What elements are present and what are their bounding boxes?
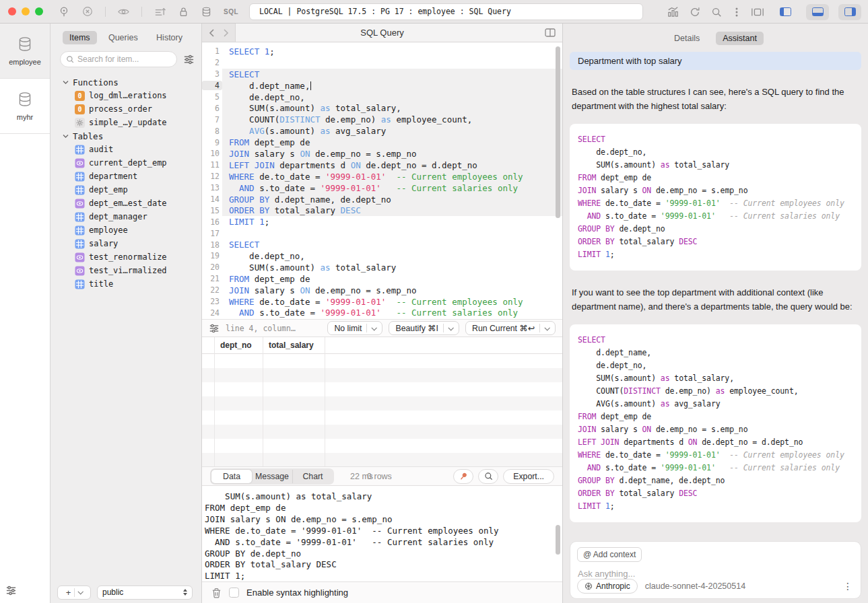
disconnect-icon[interactable] bbox=[81, 5, 94, 17]
editor-line-12[interactable]: 12WHERE de.to_date = '9999-01-01' -- Cur… bbox=[202, 171, 562, 182]
database-icon[interactable] bbox=[201, 6, 212, 17]
assistant-tab-assistant[interactable]: Assistant bbox=[716, 32, 764, 45]
add-item-button[interactable]: + bbox=[57, 586, 91, 600]
editor-line-17[interactable]: 17 bbox=[202, 227, 562, 239]
assistant-code-block[interactable]: SELECT de.dept_no, SUM(s.amount) as tota… bbox=[570, 124, 861, 271]
eye-icon[interactable] bbox=[117, 5, 130, 18]
editor-line-14[interactable]: 14GROUP BY d.dept_name, de.dept_no bbox=[202, 194, 562, 205]
close-window-button[interactable] bbox=[8, 7, 16, 15]
sidebar-item-department[interactable]: department bbox=[51, 170, 201, 183]
assistant-prompt-input[interactable]: Ask anything... bbox=[578, 569, 635, 579]
sidebar-section-functions[interactable]: Functions bbox=[51, 75, 201, 89]
assistant-tab-details[interactable]: Details bbox=[667, 32, 706, 45]
editor-line-4[interactable]: 4 d.dept_name, bbox=[202, 80, 562, 92]
editor-line-1[interactable]: 1SELECT 1; bbox=[202, 46, 562, 57]
editor-line-9[interactable]: 9FROM dept_emp de bbox=[202, 137, 562, 148]
minimize-window-button[interactable] bbox=[22, 7, 30, 15]
editor-line-6[interactable]: 6 SUM(s.amount) as total_salary, bbox=[202, 102, 562, 114]
center-layout-icon[interactable] bbox=[751, 7, 764, 17]
toggle-right-panel-button[interactable] bbox=[838, 4, 861, 20]
forward-button[interactable] bbox=[223, 29, 229, 37]
more-options-icon[interactable]: ⋮ bbox=[843, 581, 853, 592]
sql-editor[interactable]: 1SELECT 1;23SELECT4 d.dept_name,5 de.dep… bbox=[202, 42, 562, 319]
toggle-left-panel-button[interactable] bbox=[774, 4, 797, 20]
sidebar-item-employee[interactable]: employee bbox=[51, 223, 201, 237]
assistant-input-card[interactable]: @ Add context Ask anything... Anthropic … bbox=[570, 541, 861, 599]
sidebar-item-process-order[interactable]: 0process_order bbox=[51, 102, 201, 116]
message-scrollbar[interactable] bbox=[556, 525, 560, 555]
editor-line-7[interactable]: 7 COUNT(DISTINCT de.emp_no) as employee_… bbox=[202, 114, 562, 125]
editor-line-16[interactable]: 16LIMIT 1; bbox=[202, 216, 562, 227]
editor-line-3[interactable]: 3SELECT bbox=[202, 69, 562, 80]
chart-icon[interactable] bbox=[667, 5, 679, 18]
message-line: LIMIT 1; bbox=[205, 571, 562, 581]
split-view-icon[interactable] bbox=[545, 28, 556, 37]
sidebar-section-tables[interactable]: Tables bbox=[51, 129, 201, 143]
editor-line-8[interactable]: 8 AVG(s.amount) as avg_salary bbox=[202, 125, 562, 137]
connection-status-icon[interactable] bbox=[58, 5, 70, 17]
editor-line-15[interactable]: 15ORDER BY total_salary DESC bbox=[202, 205, 562, 216]
column-header-total-salary[interactable]: total_salary bbox=[263, 341, 325, 350]
pin-button[interactable] bbox=[453, 469, 473, 484]
sidebar-item-log-dml-erations[interactable]: 0log_dml…erations bbox=[51, 89, 201, 102]
beautify-button[interactable]: Beautify ⌘I bbox=[389, 321, 459, 335]
sidebar-tab-items[interactable]: Items bbox=[63, 31, 97, 44]
editor-line-13[interactable]: 13 AND s.to_date = '9999-01-01' -- Curre… bbox=[202, 182, 562, 194]
lock-icon[interactable] bbox=[178, 6, 189, 17]
results-grid[interactable]: dept_no total_salary bbox=[202, 337, 562, 467]
sidebar-item-audit[interactable]: audit bbox=[51, 143, 201, 156]
results-tab-message[interactable]: Message bbox=[252, 470, 292, 483]
sidebar-item-simple-y-update[interactable]: simple_…y_update bbox=[51, 116, 201, 129]
editor-line-18[interactable]: 18SELECT bbox=[202, 239, 562, 250]
add-context-chip[interactable]: @ Add context bbox=[577, 547, 642, 562]
editor-line-5[interactable]: 5 de.dept_no, bbox=[202, 92, 562, 103]
run-current-button[interactable]: Run Current ⌘↩ bbox=[465, 321, 556, 335]
editor-scrollbar[interactable] bbox=[556, 46, 560, 218]
refresh-icon[interactable] bbox=[689, 6, 701, 18]
sidebar-item-current-dept-emp[interactable]: current_dept_emp bbox=[51, 156, 201, 170]
filter-icon[interactable] bbox=[5, 585, 17, 596]
editor-line-20[interactable]: 20 SUM(s.amount) as total_salary bbox=[202, 262, 562, 273]
connection-employee[interactable]: employee bbox=[0, 24, 50, 79]
schema-select[interactable]: public bbox=[97, 586, 193, 600]
zoom-window-button[interactable] bbox=[35, 7, 43, 15]
assistant-code-block[interactable]: SELECT d.dept_name, de.dept_no, SUM(s.am… bbox=[570, 324, 861, 522]
provider-select[interactable]: Anthropic bbox=[577, 579, 638, 594]
sidebar-item-test-renormalize[interactable]: test_renormalize bbox=[51, 250, 201, 264]
queue-export-icon[interactable] bbox=[154, 5, 166, 18]
syntax-highlighting-checkbox[interactable] bbox=[229, 588, 239, 598]
back-button[interactable] bbox=[209, 29, 215, 37]
sidebar-item-title[interactable]: title bbox=[51, 277, 201, 291]
sidebar-item-dept-manager[interactable]: dept_manager bbox=[51, 210, 201, 223]
more-options-icon[interactable] bbox=[732, 7, 741, 17]
search-input[interactable]: Search for item... bbox=[60, 51, 177, 67]
sidebar-tab-queries[interactable]: Queries bbox=[102, 31, 145, 44]
connection-myhr[interactable]: myhr bbox=[0, 79, 50, 134]
editor-line-22[interactable]: 22JOIN salary s ON de.emp_no = s.emp_no bbox=[202, 285, 562, 296]
column-header-dept-no[interactable]: dept_no bbox=[214, 341, 263, 350]
search-results-button[interactable] bbox=[478, 469, 498, 484]
editor-line-19[interactable]: 19 de.dept_no, bbox=[202, 250, 562, 262]
export-button[interactable]: Export... bbox=[503, 469, 554, 484]
editor-settings-icon[interactable] bbox=[209, 323, 220, 334]
editor-line-2[interactable]: 2 bbox=[202, 57, 562, 69]
editor-line-23[interactable]: 23WHERE de.to_date = '9999-01-01' -- Cur… bbox=[202, 296, 562, 308]
sidebar-item-salary[interactable]: salary bbox=[51, 237, 201, 250]
sidebar-item-test-vi-rmalized[interactable]: test_vi…rmalized bbox=[51, 264, 201, 277]
trash-icon[interactable] bbox=[211, 588, 222, 598]
editor-line-21[interactable]: 21FROM dept_emp de bbox=[202, 273, 562, 285]
editor-line-24[interactable]: 24 AND s.to_date = '9999-01-01' -- Curre… bbox=[202, 307, 562, 318]
toggle-bottom-panel-button[interactable] bbox=[806, 4, 829, 20]
sidebar-tab-history[interactable]: History bbox=[149, 31, 189, 44]
search-icon[interactable] bbox=[710, 6, 723, 18]
message-panel[interactable]: SUM(s.amount) as total_salaryFROM dept_e… bbox=[202, 486, 562, 581]
results-tab-data[interactable]: Data bbox=[211, 470, 252, 483]
results-tab-chart[interactable]: Chart bbox=[292, 470, 333, 483]
conversation-title-banner[interactable]: Department with top salary bbox=[570, 52, 861, 70]
editor-line-10[interactable]: 10JOIN salary s ON de.emp_no = s.emp_no bbox=[202, 148, 562, 159]
editor-line-11[interactable]: 11LEFT JOIN departments d ON de.dept_no … bbox=[202, 159, 562, 171]
limit-select[interactable]: No limit bbox=[327, 321, 382, 335]
sidebar-item-dept-emp[interactable]: dept_emp bbox=[51, 183, 201, 197]
sidebar-item-dept-em-est-date[interactable]: dept_em…est_date bbox=[51, 197, 201, 210]
filter-items-icon[interactable] bbox=[183, 54, 195, 65]
